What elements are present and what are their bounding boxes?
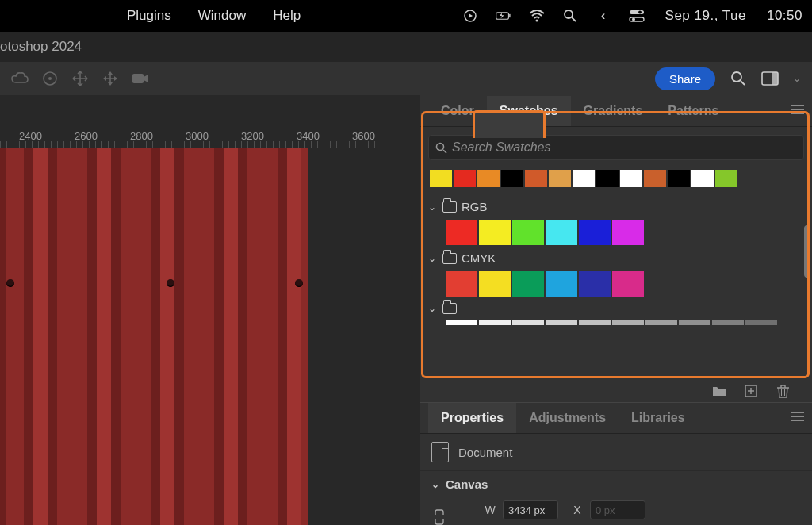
document-canvas[interactable] — [0, 148, 308, 525]
swatches-panel-tabs: Color Swatches Gradients Patterns — [420, 95, 812, 127]
swatches-footer — [420, 380, 812, 402]
workspace-dropdown-icon[interactable]: ⌄ — [793, 73, 801, 84]
recent-swatches — [428, 168, 804, 189]
swatch[interactable] — [596, 170, 619, 187]
panel-menu-icon[interactable] — [791, 412, 804, 424]
swatch[interactable] — [745, 320, 777, 325]
swatch[interactable] — [679, 320, 710, 325]
swatch[interactable] — [546, 271, 577, 297]
camera-icon[interactable] — [132, 70, 149, 87]
swatch[interactable] — [573, 170, 595, 187]
tab-adjustments[interactable]: Adjustments — [516, 403, 619, 433]
swatch[interactable] — [546, 320, 577, 325]
swatch[interactable] — [512, 320, 544, 325]
swatch[interactable] — [715, 170, 737, 187]
swatches-folder-icon[interactable] — [712, 384, 726, 398]
swatch[interactable] — [668, 170, 690, 187]
share-button[interactable]: Share — [655, 67, 715, 90]
svg-point-10 — [638, 11, 642, 14]
swatch-row — [428, 218, 804, 247]
spotlight-icon[interactable] — [562, 8, 578, 24]
workspace-icon[interactable] — [761, 70, 779, 87]
wifi-icon[interactable] — [529, 8, 545, 24]
screen-record-icon[interactable] — [462, 8, 478, 24]
svg-line-7 — [572, 17, 576, 21]
x-field[interactable] — [590, 500, 645, 519]
swatch[interactable] — [477, 170, 500, 187]
swatch[interactable] — [579, 320, 611, 325]
swatch[interactable] — [512, 271, 544, 297]
canvas-section-header[interactable]: ⌄ Canvas — [420, 471, 812, 497]
swatch-group-header[interactable]: ⌄CMYK — [428, 251, 804, 265]
swatch-group: ⌄CMYK — [428, 251, 804, 298]
tab-patterns[interactable]: Patterns — [655, 96, 731, 126]
scrollbar-thumb[interactable] — [804, 225, 810, 278]
swatch[interactable] — [712, 320, 744, 325]
swatch-group-header[interactable]: ⌄ — [428, 303, 804, 314]
swatch[interactable] — [446, 220, 477, 245]
panel-menu-icon[interactable] — [791, 105, 804, 117]
swatch[interactable] — [644, 170, 666, 187]
battery-icon[interactable] — [496, 8, 511, 24]
swatch[interactable] — [691, 170, 714, 187]
folder-icon — [442, 201, 457, 213]
swatch[interactable] — [430, 170, 452, 187]
swatch[interactable] — [454, 170, 476, 187]
target-icon[interactable] — [41, 70, 59, 87]
svg-marker-15 — [108, 82, 113, 86]
swatch[interactable] — [612, 220, 644, 245]
swatches-search[interactable] — [428, 135, 804, 160]
swatch[interactable] — [549, 170, 571, 187]
document-icon — [431, 442, 449, 462]
menubar-chevron-icon[interactable]: ‹ — [596, 8, 611, 24]
horizontal-ruler[interactable]: 2400 2600 2800 3000 3200 3400 3600 — [0, 127, 384, 148]
swatch[interactable] — [579, 220, 611, 245]
control-center-icon[interactable] — [629, 8, 645, 24]
tab-properties[interactable]: Properties — [428, 403, 516, 433]
width-field[interactable] — [503, 500, 558, 519]
svg-marker-19 — [144, 75, 148, 82]
tab-color[interactable]: Color — [428, 96, 487, 126]
tab-libraries[interactable]: Libraries — [619, 403, 698, 433]
swatch[interactable] — [512, 220, 544, 245]
chevron-down-icon: ⌄ — [431, 479, 441, 490]
swatch[interactable] — [479, 320, 511, 325]
swatch[interactable] — [479, 271, 511, 297]
window-titlebar: otoshop 2024 — [0, 32, 812, 62]
swatch[interactable] — [501, 170, 523, 187]
width-label: W — [484, 504, 496, 516]
swatch[interactable] — [446, 271, 477, 297]
swatch[interactable] — [446, 320, 477, 325]
swatch[interactable] — [645, 320, 677, 325]
cloud-icon[interactable] — [11, 70, 29, 87]
tab-swatches[interactable]: Swatches — [487, 96, 571, 126]
menu-plugins[interactable]: Plugins — [127, 8, 171, 24]
svg-point-20 — [732, 72, 741, 82]
trash-icon[interactable] — [776, 384, 790, 398]
menu-help[interactable]: Help — [273, 8, 301, 24]
swatch-group-header[interactable]: ⌄RGB — [428, 200, 804, 213]
menubar-time[interactable]: 10:50 — [767, 8, 802, 24]
menubar-date[interactable]: Sep 19., Tue — [665, 8, 746, 24]
tab-gradients[interactable]: Gradients — [571, 96, 656, 126]
swatch[interactable] — [546, 220, 577, 245]
canvas-section-label: Canvas — [446, 477, 488, 491]
move-alt-icon[interactable] — [102, 70, 119, 87]
swatch[interactable] — [479, 220, 511, 245]
link-dims-icon[interactable] — [435, 509, 447, 525]
swatches-search-input[interactable] — [452, 140, 797, 155]
folder-icon — [442, 253, 457, 264]
swatch[interactable] — [612, 271, 644, 297]
svg-point-5 — [535, 20, 538, 22]
swatch[interactable] — [579, 271, 611, 297]
swatch[interactable] — [620, 170, 642, 187]
document-type-label: Document — [458, 446, 512, 459]
search-icon[interactable] — [730, 70, 747, 87]
swatch[interactable] — [525, 170, 547, 187]
menu-window[interactable]: Window — [198, 8, 246, 24]
swatch[interactable] — [612, 320, 644, 325]
swatch-row — [428, 270, 804, 298]
chevron-down-icon: ⌄ — [428, 253, 438, 264]
move-icon[interactable] — [71, 70, 89, 87]
new-swatch-icon[interactable] — [744, 384, 758, 398]
